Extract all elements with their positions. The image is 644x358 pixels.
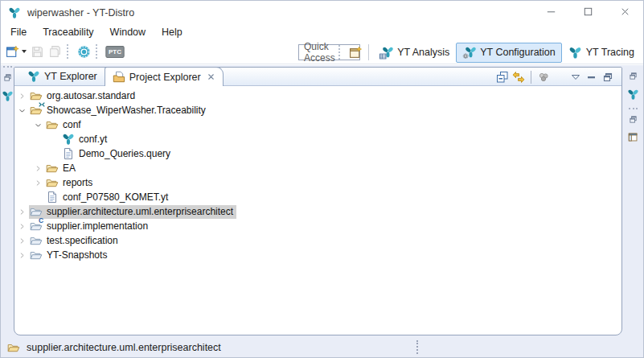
- save-all-button[interactable]: [46, 42, 64, 61]
- ptc-button[interactable]: PTC: [104, 42, 126, 61]
- svg-text:PTC: PTC: [109, 48, 121, 56]
- file-icon: [62, 147, 75, 160]
- maximize-button[interactable]: [569, 1, 606, 24]
- tree-item-reports[interactable]: reports: [14, 175, 621, 190]
- new-wizard-icon: [6, 45, 19, 59]
- tree-item-yt-snapshots[interactable]: YT-Snapshots: [14, 248, 621, 262]
- menu-bar: FileTraceabilityWindowHelp: [1, 24, 643, 39]
- chevron-collapsed-icon[interactable]: [31, 162, 45, 175]
- tree-item-label: conf: [63, 119, 81, 130]
- tree-item-supplier-architecture-uml-enterprisearchitect[interactable]: supplier.architecture.uml.enterprisearch…: [14, 204, 621, 219]
- minimize-icon: [545, 6, 557, 20]
- perspective-yt-configuration[interactable]: YT Configuration: [456, 43, 562, 63]
- restore-pane-button[interactable]: [628, 71, 638, 81]
- folder-closed-icon: [30, 234, 43, 247]
- minimized-yt-view-button[interactable]: [627, 88, 639, 101]
- ptc-icon: PTC: [105, 45, 125, 59]
- restore-pane-icon: [628, 71, 638, 81]
- tree-item-supplier-implementation[interactable]: Csupplier.implementation: [14, 219, 621, 233]
- tree-item-demo-queries-query[interactable]: Demo_Queries.query: [14, 146, 621, 161]
- chevron-collapsed-icon[interactable]: [15, 249, 29, 261]
- save-button[interactable]: [28, 42, 46, 61]
- komet-button[interactable]: [75, 42, 92, 61]
- toolbar-separator: [368, 44, 369, 60]
- tree-item-ea[interactable]: EA: [14, 161, 621, 175]
- view-menu-button[interactable]: [568, 70, 584, 84]
- working-set-icon: [537, 71, 550, 84]
- chevron-expanded-icon[interactable]: [31, 118, 45, 131]
- restore-pane-button[interactable]: [2, 72, 13, 83]
- perspective-label: YT Tracing: [586, 47, 634, 58]
- tab-yt-explorer[interactable]: YT Explorer: [20, 67, 105, 85]
- new-wizard-button[interactable]: [4, 42, 28, 61]
- yt-logo-icon: [8, 6, 21, 19]
- view-toolbar-separator: [531, 71, 531, 84]
- trim-drag-handle[interactable]: [3, 66, 12, 69]
- menu-item-help[interactable]: Help: [154, 26, 191, 39]
- tree-item-conf-p07580-komet-yt[interactable]: conf_P07580_KOMET.yt: [14, 190, 621, 204]
- tree-item-showcase-wiperwasher-traceability[interactable]: Showcase_WiperWasher.Traceability: [14, 103, 621, 117]
- file-icon: [46, 191, 59, 204]
- maximize-view-icon: [601, 71, 614, 84]
- application-window: wiperwasher - YT-Distro FileTraceability…: [0, 0, 644, 358]
- project-tree: org.autosar.standardShowcase_WiperWasher…: [14, 86, 621, 262]
- chevron-collapsed-icon[interactable]: [31, 176, 45, 189]
- trim-drag-handle[interactable]: [629, 108, 638, 111]
- nature-decorator: C: [39, 217, 45, 224]
- yt-file-icon: [62, 133, 75, 146]
- menu-item-file[interactable]: File: [2, 26, 35, 39]
- minimized-outline-view-button[interactable]: [628, 132, 638, 142]
- tree-item-test-specification[interactable]: test.specification: [14, 233, 621, 248]
- tab-label: YT Explorer: [44, 71, 97, 82]
- dropdown-caret-icon[interactable]: [22, 50, 27, 53]
- open-perspective-icon: [349, 46, 363, 60]
- save-icon: [31, 45, 44, 59]
- minimize-view-button[interactable]: [584, 70, 600, 84]
- tab-project-explorer[interactable]: Project Explorer: [105, 67, 224, 86]
- status-bar: supplier.architecture.uml.enterprisearch…: [1, 337, 643, 357]
- status-drag-handle[interactable]: [416, 340, 418, 354]
- view-tab-header: YT ExplorerProject Explorer: [14, 68, 621, 86]
- toolbar-drag-handle[interactable]: [96, 44, 99, 59]
- chevron-collapsed-icon[interactable]: [15, 205, 29, 218]
- maximize-view-button[interactable]: [600, 70, 616, 84]
- komet-icon: [77, 45, 91, 59]
- chevron-collapsed-icon[interactable]: [15, 220, 29, 232]
- working-set-button[interactable]: [535, 70, 552, 84]
- folder-open-icon: [30, 104, 43, 117]
- title-bar: wiperwasher - YT-Distro: [1, 1, 643, 24]
- menu-item-window[interactable]: Window: [102, 26, 154, 39]
- chevron-expanded-icon[interactable]: [15, 104, 29, 117]
- minimized-yt-view-button[interactable]: [2, 90, 14, 102]
- tree-item-conf[interactable]: conf: [14, 117, 621, 132]
- link-with-editor-button[interactable]: [511, 70, 527, 84]
- tree-item-org-autosar-standard[interactable]: org.autosar.standard: [14, 88, 621, 103]
- minimize-button[interactable]: [532, 1, 569, 24]
- collapse-all-icon: [496, 71, 509, 84]
- tree-item-conf-yt[interactable]: conf.yt: [14, 132, 621, 146]
- perspective-yt-tracing[interactable]: YT Tracing: [562, 43, 641, 63]
- layout-pane-icon: [628, 132, 638, 142]
- collapse-all-button[interactable]: [494, 70, 511, 84]
- window-title: wiperwasher - YT-Distro: [27, 7, 134, 19]
- restore-pane-button-2[interactable]: [628, 114, 638, 125]
- left-trim-bar: [1, 65, 14, 337]
- folder-open-icon: [46, 118, 59, 131]
- folder-open-icon: [7, 341, 20, 354]
- chevron-collapsed-icon[interactable]: [15, 89, 29, 102]
- chevron-collapsed-icon[interactable]: [15, 234, 29, 247]
- restore-pane-icon: [2, 72, 13, 83]
- restore-pane-icon: [628, 114, 638, 125]
- perspective-yt-analysis[interactable]: YT Analysis: [373, 43, 456, 63]
- tree-item-label: conf.yt: [79, 134, 107, 145]
- save-all-icon: [48, 45, 62, 59]
- toolbar-drag-handle[interactable]: [338, 45, 342, 60]
- minimize-view-icon: [585, 71, 598, 84]
- folder-open-icon: [46, 162, 59, 175]
- close-tab-icon[interactable]: [207, 72, 215, 81]
- perspective-bar: YT AnalysisYT ConfigurationYT Tracing: [335, 42, 641, 63]
- toolbar-drag-handle[interactable]: [67, 44, 70, 59]
- menu-item-traceability[interactable]: Traceability: [35, 26, 101, 39]
- close-button[interactable]: [606, 1, 643, 24]
- open-perspective-button[interactable]: [347, 43, 364, 62]
